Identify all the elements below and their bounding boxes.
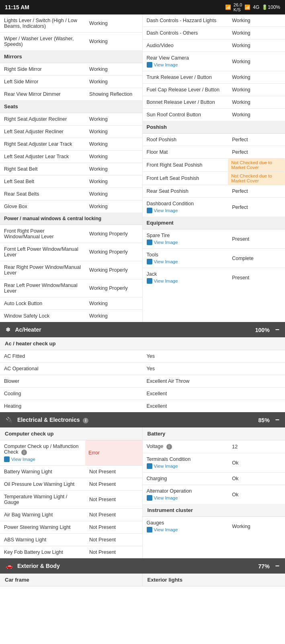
- table-row: Fuel Cap Release Lever / Button Working: [143, 84, 285, 96]
- table-row: Auto Lock Button Working: [0, 297, 142, 310]
- seats-header: Seats: [0, 100, 142, 113]
- network-icon: 4G: [253, 4, 259, 10]
- table-row: Spare Tire View Image Present: [143, 229, 285, 249]
- table-row: Rear Seat Poshish Perfect: [143, 185, 285, 198]
- exterior-collapse[interactable]: −: [275, 562, 279, 570]
- snowflake-icon: ❄: [6, 326, 10, 333]
- cooling-value: Excellent: [143, 388, 285, 400]
- table-row: Heating Excellent: [0, 400, 285, 413]
- table-row: Oil Pressure Low Warning Light Not Prese…: [0, 478, 142, 491]
- view-image-link[interactable]: View Image: [147, 208, 224, 213]
- view-image-link[interactable]: View Image: [147, 527, 224, 533]
- table-row: Sun Roof Control Button Working: [143, 109, 285, 121]
- table-row: Dash Controls - Others Working: [143, 27, 285, 39]
- ac-heater-bar-right: 100% −: [255, 326, 279, 333]
- right-mirror-value: Working: [85, 63, 142, 76]
- battery-table: Voltage i 12 Terminals Condition View Im…: [143, 440, 285, 504]
- table-row: Rear Right Power Window/Manual Lever Wor…: [0, 261, 142, 279]
- instrument-cluster-subheader: Instrument cluster: [143, 504, 285, 517]
- left-mirror-value: Working: [85, 76, 142, 88]
- cooling-label: Cooling: [0, 388, 143, 400]
- image-icon: [147, 527, 152, 533]
- heating-label: Heating: [0, 400, 143, 413]
- equipment-table: Spare Tire View Image Present Tools View…: [143, 229, 285, 287]
- table-row: Terminals Condition View Image Ok: [143, 453, 285, 473]
- electrical-section: Computer check up Computer Check up / Ma…: [0, 427, 285, 558]
- electrical-bar-right: 85% −: [258, 416, 279, 423]
- battery-subheader: Battery: [143, 427, 285, 440]
- view-image-link[interactable]: View Image: [147, 259, 224, 264]
- view-image-link[interactable]: View Image: [147, 239, 224, 245]
- power-windows-header: Power / manual windows & central locking: [0, 213, 142, 225]
- electrical-collapse[interactable]: −: [275, 416, 279, 424]
- info-icon: i: [83, 418, 88, 423]
- right-column: Dash Controls - Hazzard Lights Working D…: [143, 14, 285, 322]
- ac-heater-collapse[interactable]: −: [275, 326, 279, 334]
- car-frame-col: Car frame: [0, 574, 143, 586]
- ac-heater-bar[interactable]: ❄ Ac/Heater 100% −: [0, 322, 285, 337]
- table-row: Floor Mat Perfect: [143, 146, 285, 159]
- table-row: Window Safety Lock Working: [0, 310, 142, 322]
- wifi-icon: 📶: [244, 4, 250, 10]
- lights-wiper-table: Lights Lever / Switch (High / Low Beams,…: [0, 14, 142, 50]
- blower-value: Excellent Air Throw: [143, 375, 285, 388]
- ac-heater-subheader: Ac / heater check up: [0, 337, 285, 350]
- heating-value: Excellent: [143, 400, 285, 413]
- view-image-link[interactable]: View Image: [4, 456, 81, 462]
- view-image-link[interactable]: View Image: [147, 278, 224, 284]
- time: 11:15 AM: [5, 4, 29, 10]
- table-row: Left Seat Adjuster Recliner Working: [0, 126, 142, 138]
- table-row: Right Seat Belt Working: [0, 163, 142, 175]
- instrument-cluster-table: Gauges View Image Working: [143, 517, 285, 536]
- info-icon: i: [21, 450, 27, 455]
- mirrors-header: Mirrors: [0, 50, 142, 63]
- view-image-link[interactable]: View Image: [147, 463, 224, 469]
- electrical-bar[interactable]: 🔌 Electrical & Electronics i 85% −: [0, 412, 285, 427]
- electrical-bar-left: 🔌 Electrical & Electronics i: [6, 417, 88, 423]
- image-icon: [147, 259, 152, 264]
- table-row: Blower Excellent Air Throw: [0, 375, 285, 388]
- table-row: Battery Warning Light Not Present: [0, 466, 142, 478]
- table-row: Wiper / Washer Lever (Washer, Speeds) Wo…: [0, 33, 142, 51]
- exterior-bottom-section: Car frame Exterior lights: [0, 574, 285, 586]
- table-row: Fornt Left Power Window/Manual Lever Wor…: [0, 243, 142, 261]
- image-icon: [147, 463, 152, 469]
- table-row: Air Bag Warning Light Not Present: [0, 509, 142, 521]
- table-row: Front Right Seat Poshish Not Checked due…: [143, 159, 285, 172]
- exterior-bar-right: 77% −: [258, 562, 279, 570]
- poshish-header: Poshish: [143, 121, 285, 134]
- image-icon: [147, 239, 152, 245]
- table-row: Front Left Seat Poshish Not Checked due …: [143, 172, 285, 185]
- power-windows-table: Front Right Power Window/Manual Lever Wo…: [0, 225, 142, 322]
- status-bar: 11:15 AM 📶 26.0K/S 📶 4G 🔋100%: [0, 0, 285, 14]
- wiper-label: Wiper / Washer Lever (Washer, Speeds): [0, 33, 85, 51]
- table-row: Dash Controls - Hazzard Lights Working: [143, 14, 285, 27]
- table-row: Right Seat Adjuster Lear Track Working: [0, 138, 142, 151]
- image-icon: [147, 62, 152, 68]
- rearview-dimmer-label: Rear View Mirror Dimmer: [0, 88, 85, 101]
- exterior-label: Exterior & Body: [17, 563, 60, 569]
- seats-table: Right Seat Adjuster Recliner Working Lef…: [0, 113, 142, 213]
- table-row: Right Side Mirror Working: [0, 63, 142, 76]
- table-row: Dashboard Condition View Image Perfect: [143, 198, 285, 217]
- top-section: Lights Lever / Switch (High / Low Beams,…: [0, 14, 285, 322]
- table-row: Charging Ok: [143, 473, 285, 485]
- table-row: Key Fob Battery Low Light Not Present: [0, 546, 142, 559]
- battery-col: Battery Voltage i 12 Terminals Condition…: [143, 427, 285, 558]
- computer-checkup-table: Computer Check up / Malfunction Check i …: [0, 440, 142, 558]
- view-image-link[interactable]: View Image: [147, 495, 224, 501]
- view-image-link[interactable]: View Image: [147, 62, 224, 68]
- table-row: Computer Check up / Malfunction Check i …: [0, 440, 142, 466]
- table-row: Left Seat Belt Working: [0, 175, 142, 188]
- table-row: Voltage i 12: [143, 440, 285, 453]
- poshish-table: Roof Poshish Perfect Floor Mat Perfect F…: [143, 134, 285, 217]
- table-row: Temperature Warning Light / Gauge Not Pr…: [0, 491, 142, 509]
- wiper-value: Working: [85, 33, 142, 51]
- exterior-body-bar[interactable]: 🚗 Exterior & Body 77% −: [0, 558, 285, 574]
- ac-heater-table: AC Fitted Yes AC Operational Yes Blower …: [0, 350, 285, 412]
- mirrors-table: Right Side Mirror Working Left Side Mirr…: [0, 63, 142, 100]
- table-row: Front Right Power Window/Manual Lever Wo…: [0, 225, 142, 243]
- electrical-percent: 85%: [258, 417, 270, 423]
- computer-checkup-col: Computer check up Computer Check up / Ma…: [0, 427, 143, 558]
- table-row: AC Operational Yes: [0, 363, 285, 375]
